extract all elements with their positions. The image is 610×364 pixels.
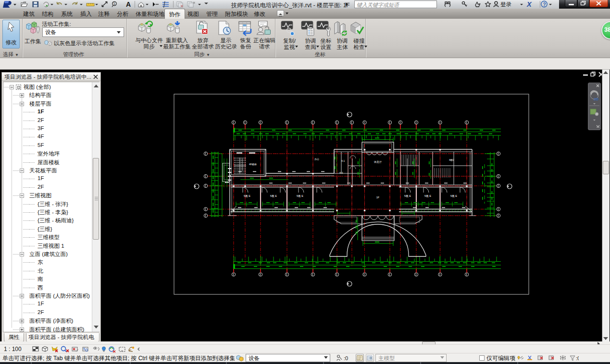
svg-text:5教 E: 5教 E — [404, 194, 411, 198]
svg-text:5教 E: 5教 E — [270, 194, 277, 198]
svg-text::0: :0 — [344, 355, 348, 361]
svg-text:4-1: 4-1 — [341, 159, 345, 162]
svg-text:5教 E: 5教 E — [297, 194, 303, 198]
svg-text:1F: 1F — [376, 196, 380, 199]
svg-text:2D: 2D — [594, 97, 598, 101]
svg-text:办公: 办公 — [314, 158, 319, 160]
svg-text:5教 E: 5教 E — [424, 194, 431, 198]
svg-text:5教 E: 5教 E — [244, 194, 250, 198]
svg-text::0: :0 — [576, 355, 579, 361]
svg-text:4F楼梯: 4F楼梯 — [249, 163, 257, 166]
svg-text:4楼2: 4楼2 — [449, 158, 454, 161]
svg-text:5教 E: 5教 E — [450, 194, 457, 198]
svg-text:休息厅: 休息厅 — [374, 160, 382, 163]
